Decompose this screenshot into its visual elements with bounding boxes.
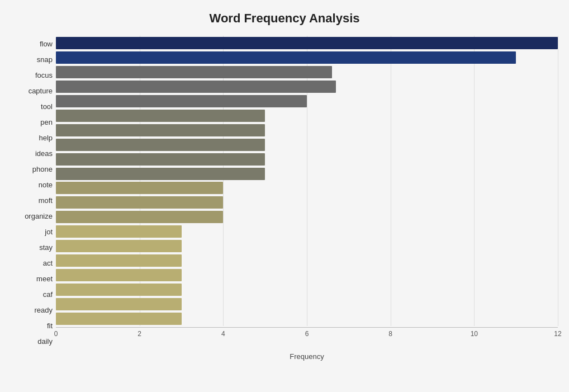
grid-line: [391, 36, 391, 326]
y-label: ready: [11, 303, 53, 318]
bar: [56, 168, 265, 180]
y-label: note: [11, 177, 53, 192]
x-tick-label: 0: [54, 330, 58, 338]
bar: [56, 254, 182, 267]
bar-row: [56, 196, 558, 209]
x-tick-label: 4: [221, 330, 225, 338]
bars-panel: [56, 36, 558, 326]
bar: [56, 269, 182, 281]
bar-row: [56, 254, 558, 267]
bar-row: [56, 298, 558, 310]
x-tick-label: 8: [388, 330, 392, 338]
x-axis: 024681012 Frequency: [56, 327, 558, 350]
grid-line: [558, 36, 558, 326]
bar-row: [56, 51, 558, 64]
y-label: focus: [11, 68, 53, 82]
y-label: fit: [11, 319, 53, 333]
chart-container: Word Frequency Analysis flowsnapfocuscap…: [0, 0, 569, 392]
grid-line: [223, 36, 224, 326]
bar-row: [56, 95, 558, 107]
y-label: tool: [11, 99, 53, 114]
y-label: stay: [11, 240, 53, 255]
y-label: act: [11, 256, 53, 271]
chart-area: flowsnapfocuscapturetoolpenhelpideasphon…: [11, 36, 558, 350]
y-label: help: [11, 130, 53, 145]
y-label: ideas: [11, 146, 53, 160]
bar: [56, 81, 336, 93]
y-label: meet: [11, 272, 53, 286]
bar-row: [56, 284, 558, 296]
bar: [56, 51, 516, 64]
bar-row: [56, 240, 558, 252]
bar: [56, 211, 223, 223]
bar: [56, 110, 265, 122]
bar-row: [56, 139, 558, 151]
x-tick-label: 12: [554, 330, 561, 338]
grid-line: [307, 36, 307, 326]
bar-row: [56, 182, 558, 194]
grid-line: [140, 36, 140, 326]
bar: [56, 284, 182, 296]
bar: [56, 240, 182, 252]
y-label: capture: [11, 83, 53, 98]
bar-row: [56, 269, 558, 281]
bar-row: [56, 211, 558, 223]
y-label: pen: [11, 115, 53, 129]
bar: [56, 196, 223, 209]
bar-row: [56, 81, 558, 93]
y-label: daily: [11, 334, 53, 349]
bar-row: [56, 225, 558, 238]
bar: [56, 153, 265, 166]
bar: [56, 37, 558, 49]
bar-row: [56, 110, 558, 122]
y-label: moft: [11, 193, 53, 208]
bar-row: [56, 168, 558, 180]
y-label: phone: [11, 162, 53, 176]
bar-row: [56, 124, 558, 136]
bar: [56, 95, 307, 107]
bar: [56, 313, 182, 325]
bar: [56, 225, 182, 238]
bar: [56, 182, 223, 194]
chart-title: Word Frequency Analysis: [11, 11, 558, 26]
y-labels: flowsnapfocuscapturetoolpenhelpideasphon…: [11, 36, 56, 350]
x-tick-label: 6: [305, 330, 309, 338]
bar-row: [56, 66, 558, 78]
y-label: organize: [11, 209, 53, 224]
y-label: jot: [11, 225, 53, 239]
bar: [56, 66, 332, 78]
bar: [56, 139, 265, 151]
bar-row: [56, 313, 558, 325]
bar: [56, 298, 182, 310]
x-tick-label: 10: [471, 330, 478, 338]
bar-row: [56, 153, 558, 166]
y-label: caf: [11, 287, 53, 302]
bars-and-x: 024681012 Frequency: [56, 36, 558, 350]
y-label: snap: [11, 52, 53, 67]
y-label: flow: [11, 36, 53, 51]
bar-row: [56, 37, 558, 49]
x-tick-label: 2: [137, 330, 141, 338]
bar: [56, 124, 265, 136]
grid-line: [474, 36, 475, 326]
x-axis-title: Frequency: [290, 352, 324, 361]
